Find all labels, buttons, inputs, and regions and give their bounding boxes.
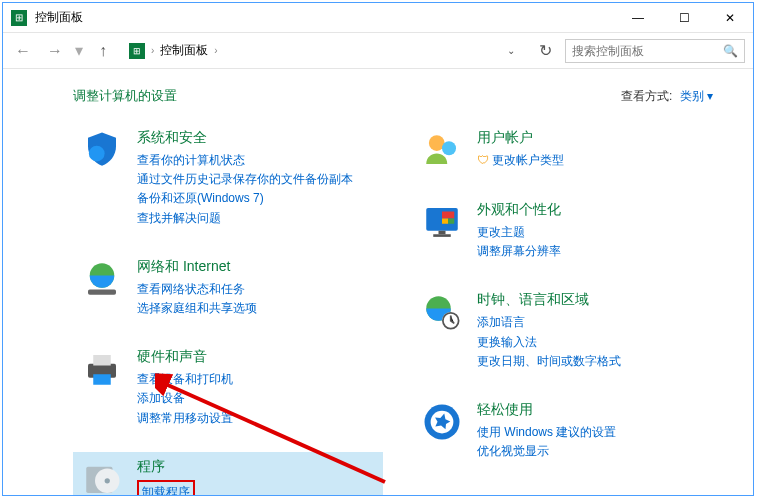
up-button[interactable]: ↑: [91, 39, 115, 63]
chevron-right-icon: ›: [151, 45, 154, 56]
category-link[interactable]: 查看网络状态和任务: [137, 280, 375, 299]
view-by-dropdown[interactable]: 类别 ▾: [680, 89, 713, 103]
category-link[interactable]: 通过文件历史记录保存你的文件备份副本: [137, 170, 375, 189]
page-title: 调整计算机的设置: [73, 87, 177, 105]
svg-rect-4: [93, 355, 111, 366]
shield-icon: [81, 129, 123, 171]
globe-icon: [81, 258, 123, 300]
nav-separator: ▾: [75, 41, 83, 60]
svg-point-0: [89, 146, 105, 162]
address-dropdown[interactable]: ⌄: [503, 45, 519, 56]
left-column: 系统和安全 查看你的计算机状态 通过文件历史记录保存你的文件备份副本 备份和还原…: [73, 123, 383, 495]
window-controls: — ☐ ✕: [615, 3, 753, 33]
category-ease-of-access: 轻松使用 使用 Windows 建议的设置 优化视觉显示: [413, 395, 723, 467]
view-by: 查看方式: 类别 ▾: [621, 88, 713, 105]
svg-rect-5: [93, 374, 111, 385]
right-column: 用户帐户 🛡 更改帐户类型 外观和个性化 更改主题 调整屏幕分辨率 时: [413, 123, 723, 495]
control-panel-icon: ⊞: [11, 10, 27, 26]
svg-rect-16: [433, 234, 451, 237]
category-link[interactable]: 🛡 更改帐户类型: [477, 151, 715, 170]
svg-point-10: [442, 141, 456, 155]
view-by-label: 查看方式:: [621, 89, 672, 103]
content: 调整计算机的设置 查看方式: 类别 ▾ 系统和安全 查看你的计算机状态 通过文件…: [3, 69, 753, 495]
category-link[interactable]: 备份和还原(Windows 7): [137, 189, 375, 208]
users-icon: [421, 129, 463, 171]
close-button[interactable]: ✕: [707, 3, 753, 33]
monitor-icon: [421, 201, 463, 243]
breadcrumb-root[interactable]: 控制面板: [160, 42, 208, 59]
category-link[interactable]: 使用 Windows 建议的设置: [477, 423, 715, 442]
category-link[interactable]: 更改日期、时间或数字格式: [477, 352, 715, 371]
ease-icon: [421, 401, 463, 443]
svg-rect-13: [442, 219, 448, 224]
category-user-accounts: 用户帐户 🛡 更改帐户类型: [413, 123, 723, 177]
search-input[interactable]: [572, 44, 723, 58]
category-link[interactable]: 查找并解决问题: [137, 209, 375, 228]
chevron-right-icon: ›: [214, 45, 217, 56]
category-link[interactable]: 选择家庭组和共享选项: [137, 299, 375, 318]
category-title[interactable]: 系统和安全: [137, 129, 375, 147]
navbar: ← → ▾ ↑ ⊞ › 控制面板 › ⌄ ↻ 🔍: [3, 33, 753, 69]
back-button[interactable]: ←: [11, 39, 35, 63]
shield-badge-icon: 🛡: [477, 153, 489, 167]
category-link[interactable]: 调整常用移动设置: [137, 409, 375, 428]
category-link[interactable]: 优化视觉显示: [477, 442, 715, 461]
category-title[interactable]: 时钟、语言和区域: [477, 291, 715, 309]
svg-point-8: [105, 478, 110, 483]
uninstall-program-link[interactable]: 卸载程序: [137, 480, 375, 495]
search-box[interactable]: 🔍: [565, 39, 745, 63]
content-header: 调整计算机的设置 查看方式: 类别 ▾: [3, 87, 753, 105]
search-icon: 🔍: [723, 44, 738, 58]
address-bar[interactable]: ⊞ › 控制面板 › ⌄: [123, 39, 525, 63]
category-hardware: 硬件和声音 查看设备和打印机 添加设备 调整常用移动设置: [73, 342, 383, 434]
category-appearance: 外观和个性化 更改主题 调整屏幕分辨率: [413, 195, 723, 267]
category-link[interactable]: 更改主题: [477, 223, 715, 242]
category-programs: 程序 卸载程序: [73, 452, 383, 495]
maximize-button[interactable]: ☐: [661, 3, 707, 33]
clock-globe-icon: [421, 291, 463, 333]
category-title[interactable]: 用户帐户: [477, 129, 715, 147]
minimize-button[interactable]: —: [615, 3, 661, 33]
category-clock-language: 时钟、语言和区域 添加语言 更换输入法 更改日期、时间或数字格式: [413, 285, 723, 377]
svg-rect-2: [88, 289, 116, 294]
category-link[interactable]: 调整屏幕分辨率: [477, 242, 715, 261]
titlebar: ⊞ 控制面板 — ☐ ✕: [3, 3, 753, 33]
forward-button[interactable]: →: [43, 39, 67, 63]
disc-icon: [81, 458, 123, 495]
categories: 系统和安全 查看你的计算机状态 通过文件历史记录保存你的文件备份副本 备份和还原…: [3, 123, 753, 495]
refresh-button[interactable]: ↻: [533, 41, 557, 60]
category-link[interactable]: 添加设备: [137, 389, 375, 408]
category-title[interactable]: 程序: [137, 458, 375, 476]
category-title[interactable]: 网络和 Internet: [137, 258, 375, 276]
category-system-security: 系统和安全 查看你的计算机状态 通过文件历史记录保存你的文件备份副本 备份和还原…: [73, 123, 383, 234]
category-title[interactable]: 外观和个性化: [477, 201, 715, 219]
category-title[interactable]: 轻松使用: [477, 401, 715, 419]
category-link[interactable]: 查看你的计算机状态: [137, 151, 375, 170]
svg-rect-14: [448, 219, 454, 224]
category-link[interactable]: 查看设备和打印机: [137, 370, 375, 389]
svg-rect-15: [439, 231, 446, 235]
category-network: 网络和 Internet 查看网络状态和任务 选择家庭组和共享选项: [73, 252, 383, 324]
category-link[interactable]: 添加语言: [477, 313, 715, 332]
category-title[interactable]: 硬件和声音: [137, 348, 375, 366]
svg-rect-12: [442, 212, 454, 219]
printer-icon: [81, 348, 123, 390]
window: ⊞ 控制面板 — ☐ ✕ ← → ▾ ↑ ⊞ › 控制面板 › ⌄ ↻ 🔍 调整…: [2, 2, 754, 496]
addr-control-panel-icon: ⊞: [129, 43, 145, 59]
category-link[interactable]: 更换输入法: [477, 333, 715, 352]
